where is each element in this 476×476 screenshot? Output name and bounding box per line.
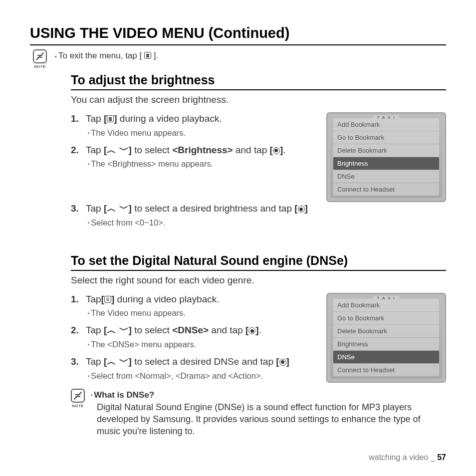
note-icon — [33, 49, 47, 63]
menu-item: Add Bookmark — [333, 118, 439, 131]
menu-item: Go to Bookmark — [333, 131, 439, 144]
dnse-a: Digital Natural Sound Engine (DNSe) is a… — [97, 401, 446, 438]
brightness-step-2-sub: The <Brightness> menu appears. — [88, 159, 317, 169]
menu-icon — [144, 52, 151, 59]
brightness-step-2: 2. Tap [︿ ﹀] to select <Brightness> and … — [71, 144, 317, 157]
menu-item: Brightness — [333, 338, 439, 350]
menu-item: Connect to Headset — [333, 183, 439, 196]
brightness-step-3-sub: Select from <0~10>. — [88, 218, 446, 228]
dnse-step-2: 2. Tap [︿ ﹀] to select <DNSe> and tap []… — [71, 324, 317, 337]
taxi-sign: T A X i — [373, 296, 400, 300]
menu-icon — [104, 296, 111, 303]
select-icon — [298, 206, 305, 213]
brightness-step-3: 3. Tap [︿ ﹀] to select a desired brightn… — [71, 202, 446, 215]
brightness-step-1: 1. Tap [] during a video playback. — [71, 112, 317, 125]
down-icon: ﹀ — [119, 203, 129, 214]
dnse-note: NOTE What is DNSe? Digital Natural Sound… — [71, 389, 446, 438]
menu-item: Delete Bookmark — [333, 144, 439, 157]
page-title: USING THE VIDEO MENU (Continued) — [30, 25, 446, 45]
note-label: NOTE — [34, 64, 45, 69]
dnse-step-3-sub: Select from <Normal>, <Drama> and <Actio… — [88, 371, 317, 381]
menu-item-selected: Brightness — [333, 157, 439, 170]
menu-item: Add Bookmark — [333, 299, 439, 311]
section-title-dnse: To set the Digital Natural Sound engine … — [71, 253, 446, 271]
bullet-icon: ▪ — [55, 53, 58, 59]
note-label: NOTE — [72, 404, 83, 408]
taxi-sign: T A X i — [373, 115, 400, 120]
down-icon: ﹀ — [119, 325, 129, 335]
exit-note: NOTE ▪ To exit the menu, tap [ ]. — [30, 49, 446, 69]
menu-item: DNSe — [333, 170, 439, 183]
dnse-intro: Select the right sound for each video ge… — [71, 275, 446, 286]
dnse-step-2-sub: The <DNSe> menu appears. — [88, 340, 317, 349]
menu-item: Delete Bookmark — [333, 325, 439, 337]
page-footer: watching a video _ 57 — [369, 453, 446, 462]
device-screenshot-dnse: T A X i Add Bookmark Go to Bookmark Dele… — [326, 293, 446, 383]
up-icon: ︿ — [107, 203, 116, 214]
up-icon: ︿ — [107, 356, 116, 367]
select-icon — [273, 147, 280, 154]
dnse-step-1-sub: The Video menu appears. — [88, 308, 317, 318]
down-icon: ﹀ — [119, 145, 129, 155]
device-screenshot-brightness: T A X i Add Bookmark Go to Bookmark Dele… — [326, 112, 446, 202]
dnse-step-3: 3. Tap [︿ ﹀] to select a desired DNSe an… — [71, 355, 317, 368]
menu-item: Go to Bookmark — [333, 312, 439, 324]
dnse-step-1: 1. Tap[] during a video playback. — [71, 293, 317, 306]
menu-item: Connect to Headset — [333, 364, 439, 376]
brightness-step-1-sub: The Video menu appears. — [88, 128, 317, 138]
select-icon — [248, 327, 255, 334]
section-title-brightness: To adjust the brightness — [71, 73, 446, 90]
select-icon — [279, 359, 286, 366]
up-icon: ︿ — [107, 145, 116, 155]
menu-item-selected: DNSe — [333, 351, 439, 363]
down-icon: ﹀ — [119, 356, 129, 367]
up-icon: ︿ — [107, 325, 116, 335]
brightness-intro: You can adjust the screen brightness. — [71, 94, 446, 105]
exit-text-pre: To exit the menu, tap [ — [58, 51, 142, 60]
note-icon — [71, 389, 85, 403]
exit-text-post: ]. — [154, 51, 158, 60]
menu-icon — [107, 115, 114, 122]
dnse-q: What is DNSe? — [91, 390, 154, 400]
